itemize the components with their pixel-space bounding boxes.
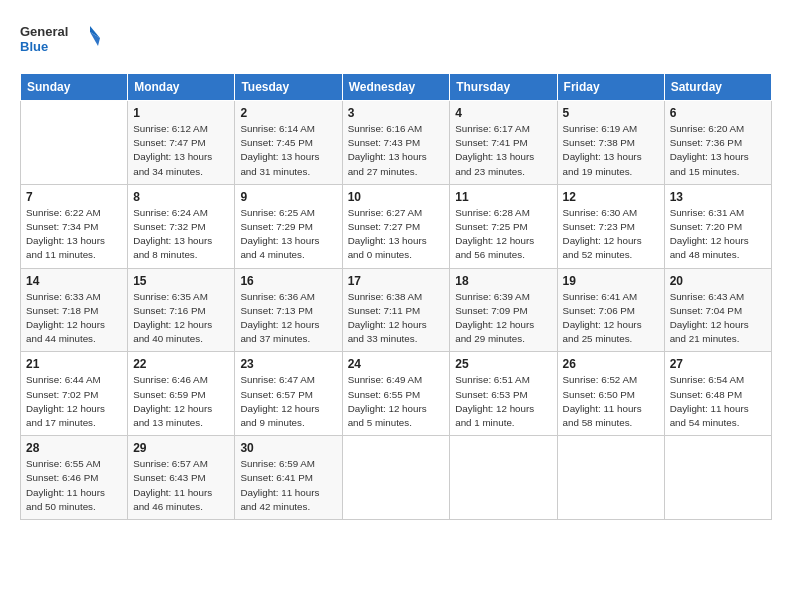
day-info: Sunrise: 6:44 AMSunset: 7:02 PMDaylight:… (26, 373, 122, 430)
day-info: Sunrise: 6:31 AMSunset: 7:20 PMDaylight:… (670, 206, 766, 263)
day-info: Sunrise: 6:49 AMSunset: 6:55 PMDaylight:… (348, 373, 445, 430)
calendar-cell: 4Sunrise: 6:17 AMSunset: 7:41 PMDaylight… (450, 101, 557, 185)
day-info: Sunrise: 6:35 AMSunset: 7:16 PMDaylight:… (133, 290, 229, 347)
day-number: 11 (455, 190, 551, 204)
weekday-header-cell: Tuesday (235, 74, 342, 101)
day-info: Sunrise: 6:55 AMSunset: 6:46 PMDaylight:… (26, 457, 122, 514)
calendar-cell: 21Sunrise: 6:44 AMSunset: 7:02 PMDayligh… (21, 352, 128, 436)
weekday-header-cell: Sunday (21, 74, 128, 101)
calendar-cell: 11Sunrise: 6:28 AMSunset: 7:25 PMDayligh… (450, 184, 557, 268)
calendar-cell: 30Sunrise: 6:59 AMSunset: 6:41 PMDayligh… (235, 436, 342, 520)
day-number: 25 (455, 357, 551, 371)
day-number: 24 (348, 357, 445, 371)
calendar-cell: 5Sunrise: 6:19 AMSunset: 7:38 PMDaylight… (557, 101, 664, 185)
day-info: Sunrise: 6:16 AMSunset: 7:43 PMDaylight:… (348, 122, 445, 179)
day-info: Sunrise: 6:39 AMSunset: 7:09 PMDaylight:… (455, 290, 551, 347)
day-info: Sunrise: 6:25 AMSunset: 7:29 PMDaylight:… (240, 206, 336, 263)
day-info: Sunrise: 6:46 AMSunset: 6:59 PMDaylight:… (133, 373, 229, 430)
calendar-cell (557, 436, 664, 520)
calendar-week-row: 1Sunrise: 6:12 AMSunset: 7:47 PMDaylight… (21, 101, 772, 185)
weekday-header-cell: Monday (128, 74, 235, 101)
calendar-cell: 23Sunrise: 6:47 AMSunset: 6:57 PMDayligh… (235, 352, 342, 436)
day-number: 27 (670, 357, 766, 371)
calendar-cell: 16Sunrise: 6:36 AMSunset: 7:13 PMDayligh… (235, 268, 342, 352)
calendar-cell: 24Sunrise: 6:49 AMSunset: 6:55 PMDayligh… (342, 352, 450, 436)
calendar-cell: 1Sunrise: 6:12 AMSunset: 7:47 PMDaylight… (128, 101, 235, 185)
logo-svg: General Blue (20, 18, 100, 63)
day-number: 14 (26, 274, 122, 288)
day-info: Sunrise: 6:36 AMSunset: 7:13 PMDaylight:… (240, 290, 336, 347)
calendar-cell: 17Sunrise: 6:38 AMSunset: 7:11 PMDayligh… (342, 268, 450, 352)
calendar-cell: 12Sunrise: 6:30 AMSunset: 7:23 PMDayligh… (557, 184, 664, 268)
day-info: Sunrise: 6:43 AMSunset: 7:04 PMDaylight:… (670, 290, 766, 347)
calendar-cell (450, 436, 557, 520)
calendar-table: SundayMondayTuesdayWednesdayThursdayFrid… (20, 73, 772, 520)
calendar-week-row: 14Sunrise: 6:33 AMSunset: 7:18 PMDayligh… (21, 268, 772, 352)
day-info: Sunrise: 6:57 AMSunset: 6:43 PMDaylight:… (133, 457, 229, 514)
day-number: 29 (133, 441, 229, 455)
calendar-cell: 2Sunrise: 6:14 AMSunset: 7:45 PMDaylight… (235, 101, 342, 185)
day-number: 9 (240, 190, 336, 204)
calendar-cell: 25Sunrise: 6:51 AMSunset: 6:53 PMDayligh… (450, 352, 557, 436)
day-info: Sunrise: 6:28 AMSunset: 7:25 PMDaylight:… (455, 206, 551, 263)
page-header: General Blue (20, 18, 772, 63)
day-number: 19 (563, 274, 659, 288)
day-number: 5 (563, 106, 659, 120)
day-number: 20 (670, 274, 766, 288)
day-number: 23 (240, 357, 336, 371)
day-info: Sunrise: 6:19 AMSunset: 7:38 PMDaylight:… (563, 122, 659, 179)
calendar-cell (342, 436, 450, 520)
day-info: Sunrise: 6:24 AMSunset: 7:32 PMDaylight:… (133, 206, 229, 263)
calendar-cell: 28Sunrise: 6:55 AMSunset: 6:46 PMDayligh… (21, 436, 128, 520)
day-number: 18 (455, 274, 551, 288)
calendar-week-row: 7Sunrise: 6:22 AMSunset: 7:34 PMDaylight… (21, 184, 772, 268)
calendar-cell: 6Sunrise: 6:20 AMSunset: 7:36 PMDaylight… (664, 101, 771, 185)
calendar-cell: 9Sunrise: 6:25 AMSunset: 7:29 PMDaylight… (235, 184, 342, 268)
calendar-cell: 18Sunrise: 6:39 AMSunset: 7:09 PMDayligh… (450, 268, 557, 352)
day-info: Sunrise: 6:27 AMSunset: 7:27 PMDaylight:… (348, 206, 445, 263)
calendar-cell: 10Sunrise: 6:27 AMSunset: 7:27 PMDayligh… (342, 184, 450, 268)
svg-text:Blue: Blue (20, 39, 48, 54)
weekday-header-cell: Friday (557, 74, 664, 101)
day-number: 7 (26, 190, 122, 204)
calendar-cell: 13Sunrise: 6:31 AMSunset: 7:20 PMDayligh… (664, 184, 771, 268)
weekday-header-row: SundayMondayTuesdayWednesdayThursdayFrid… (21, 74, 772, 101)
day-info: Sunrise: 6:52 AMSunset: 6:50 PMDaylight:… (563, 373, 659, 430)
day-number: 12 (563, 190, 659, 204)
calendar-cell: 22Sunrise: 6:46 AMSunset: 6:59 PMDayligh… (128, 352, 235, 436)
day-number: 15 (133, 274, 229, 288)
calendar-cell (664, 436, 771, 520)
day-number: 28 (26, 441, 122, 455)
calendar-cell: 19Sunrise: 6:41 AMSunset: 7:06 PMDayligh… (557, 268, 664, 352)
calendar-cell: 7Sunrise: 6:22 AMSunset: 7:34 PMDaylight… (21, 184, 128, 268)
calendar-cell: 3Sunrise: 6:16 AMSunset: 7:43 PMDaylight… (342, 101, 450, 185)
logo: General Blue (20, 18, 100, 63)
day-info: Sunrise: 6:59 AMSunset: 6:41 PMDaylight:… (240, 457, 336, 514)
day-number: 21 (26, 357, 122, 371)
day-info: Sunrise: 6:54 AMSunset: 6:48 PMDaylight:… (670, 373, 766, 430)
day-number: 2 (240, 106, 336, 120)
day-info: Sunrise: 6:30 AMSunset: 7:23 PMDaylight:… (563, 206, 659, 263)
calendar-cell: 20Sunrise: 6:43 AMSunset: 7:04 PMDayligh… (664, 268, 771, 352)
day-info: Sunrise: 6:20 AMSunset: 7:36 PMDaylight:… (670, 122, 766, 179)
day-number: 17 (348, 274, 445, 288)
day-info: Sunrise: 6:17 AMSunset: 7:41 PMDaylight:… (455, 122, 551, 179)
calendar-week-row: 28Sunrise: 6:55 AMSunset: 6:46 PMDayligh… (21, 436, 772, 520)
calendar-week-row: 21Sunrise: 6:44 AMSunset: 7:02 PMDayligh… (21, 352, 772, 436)
svg-text:General: General (20, 24, 68, 39)
day-number: 26 (563, 357, 659, 371)
day-info: Sunrise: 6:41 AMSunset: 7:06 PMDaylight:… (563, 290, 659, 347)
day-number: 30 (240, 441, 336, 455)
day-number: 22 (133, 357, 229, 371)
weekday-header-cell: Wednesday (342, 74, 450, 101)
calendar-cell: 8Sunrise: 6:24 AMSunset: 7:32 PMDaylight… (128, 184, 235, 268)
day-info: Sunrise: 6:33 AMSunset: 7:18 PMDaylight:… (26, 290, 122, 347)
weekday-header-cell: Saturday (664, 74, 771, 101)
calendar-cell: 26Sunrise: 6:52 AMSunset: 6:50 PMDayligh… (557, 352, 664, 436)
day-number: 13 (670, 190, 766, 204)
day-number: 4 (455, 106, 551, 120)
day-number: 16 (240, 274, 336, 288)
calendar-cell: 29Sunrise: 6:57 AMSunset: 6:43 PMDayligh… (128, 436, 235, 520)
day-number: 1 (133, 106, 229, 120)
calendar-cell: 15Sunrise: 6:35 AMSunset: 7:16 PMDayligh… (128, 268, 235, 352)
